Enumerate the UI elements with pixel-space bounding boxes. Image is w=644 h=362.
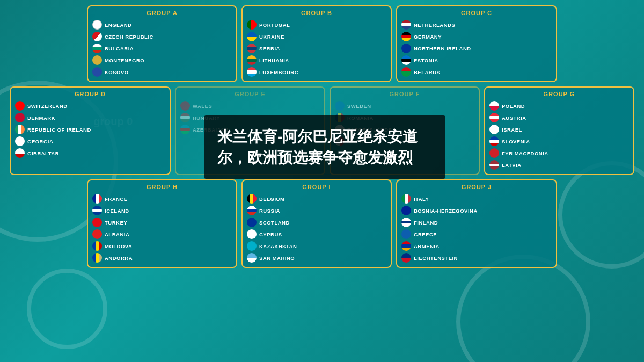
team-row: LITHUANIA (247, 54, 386, 66)
team-row: NORTHERN IRELAND (401, 42, 552, 54)
flag-lithuania (247, 55, 257, 65)
flag-ireland (15, 125, 25, 134)
group-a-title: GROUP A (92, 10, 232, 16)
team-name: SLOVENIA (502, 139, 530, 144)
team-name: FYR MACEDONIA (502, 150, 548, 156)
team-row: CYPRUS (247, 228, 386, 240)
team-row: POLAND (489, 100, 629, 112)
team-name: UKRAINE (259, 34, 284, 40)
group-f-title: GROUP F (335, 91, 474, 97)
flag-russia (247, 206, 257, 215)
flag-italy (401, 194, 411, 204)
team-row: SERBIA (247, 42, 386, 54)
team-name: KAZAKHSTAN (259, 243, 297, 249)
team-row: LIECHTENSTEIN (401, 252, 552, 264)
flag-bulgaria (92, 44, 102, 53)
team-row: SWITZERLAND (15, 100, 165, 112)
flag-finland (401, 218, 411, 227)
team-row: ISRAEL (489, 124, 629, 135)
group-h-title: GROUP H (92, 184, 232, 190)
team-name: ANDORRA (105, 255, 133, 261)
team-name: BULGARIA (105, 46, 134, 52)
flag-austria (489, 113, 499, 122)
team-row: SLOVENIA (489, 135, 629, 147)
team-name: ARMENIA (414, 243, 440, 249)
article-overlay: 米兰体育-阿尔巴尼亚绝杀安道尔，欧洲预选赛争夺愈发激烈 (204, 115, 445, 179)
flag-portugal (247, 20, 257, 30)
team-row: ALBANIA (92, 228, 232, 240)
flag-kazakhstan (247, 241, 257, 251)
team-name: ESTONIA (414, 57, 438, 63)
group-card-b: GROUP B PORTUGAL UKRAINE SERBIA LITHUANI… (241, 5, 392, 82)
team-name: POLAND (502, 103, 525, 109)
flag-switzerland (15, 101, 25, 111)
team-row: GEORGIA (15, 135, 165, 147)
team-row: MOLDOVA (92, 240, 232, 252)
team-row: FRANCE (92, 193, 232, 205)
team-name: GERMANY (414, 34, 442, 40)
flag-scotland (247, 218, 257, 227)
team-row: LATVIA (489, 159, 629, 171)
team-name: LITHUANIA (259, 57, 289, 63)
flag-estonia (401, 55, 411, 65)
flag-nireland (401, 44, 411, 53)
flag-macedonia (489, 148, 499, 158)
team-name: KOSOVO (105, 69, 129, 75)
team-name: BELGIUM (259, 196, 284, 202)
team-row: ICELAND (92, 205, 232, 216)
team-row: TURKEY (92, 216, 232, 228)
team-row: PORTUGAL (247, 19, 386, 31)
team-row: GREECE (401, 228, 552, 240)
flag-cyprus (247, 229, 257, 239)
group-card-g: GROUP G POLAND AUSTRIA ISRAEL SLOVENIA F… (484, 86, 634, 175)
group-card-j: GROUP J ITALY BOSNIA-HERZEGOVINA FINLAND… (396, 179, 557, 268)
flag-czech (92, 32, 102, 41)
team-name: AUSTRIA (502, 115, 526, 121)
team-row: BULGARIA (92, 42, 232, 54)
team-name: ITALY (414, 196, 429, 202)
flag-france (92, 194, 102, 204)
team-row: ENGLAND (92, 19, 232, 31)
team-name: ISRAEL (502, 127, 522, 133)
overlay-title: 米兰体育-阿尔巴尼亚绝杀安道尔，欧洲预选赛争夺愈发激烈 (217, 126, 432, 168)
flag-kosovo (92, 67, 102, 77)
team-name: SWEDEN (347, 103, 371, 109)
flag-belgium (247, 194, 257, 204)
flag-bosnia (401, 206, 411, 215)
group-e-title: GROUP E (180, 91, 320, 97)
team-row: DENMARK (15, 112, 165, 124)
group-card-d: GROUP D SWITZERLAND DENMARK REPUBLIC OF … (10, 86, 171, 175)
team-row: ESTONIA (401, 54, 552, 66)
team-name: TURKEY (105, 220, 127, 226)
team-name: RUSSIA (259, 208, 280, 214)
group-card-c: GROUP C NETHERLANDS GERMANY NORTHERN IRE… (396, 5, 557, 82)
team-name: DENMARK (27, 115, 55, 121)
team-name: FINLAND (414, 220, 438, 226)
team-name: LIECHTENSTEIN (414, 255, 458, 261)
flag-armenia (401, 241, 411, 251)
team-name: MONTENEGRO (105, 57, 144, 63)
flag-moldova (92, 241, 102, 251)
team-name: LUXEMBOURG (259, 69, 299, 75)
group-d-title: GROUP D (15, 91, 165, 97)
flag-greece (401, 229, 411, 239)
team-row: CZECH REPUBLIC (92, 31, 232, 42)
flag-denmark (15, 113, 25, 122)
group-card-h: GROUP H FRANCE ICELAND TURKEY ALBANIA MO… (87, 179, 237, 268)
team-name: REPUBLIC OF IRELAND (27, 127, 91, 133)
team-name: BOSNIA-HERZEGOVINA (414, 208, 478, 214)
team-name: CZECH REPUBLIC (105, 34, 153, 40)
team-row: GIBRALTAR (15, 147, 165, 159)
flag-montenegro (92, 55, 102, 65)
team-row: GERMANY (401, 31, 552, 42)
flag-serbia (247, 44, 257, 53)
team-name: ICELAND (105, 208, 129, 214)
team-name: ENGLAND (105, 22, 131, 28)
row-1: GROUP A ENGLAND CZECH REPUBLIC BULGARIA … (4, 5, 640, 82)
flag-sweden (335, 101, 345, 111)
team-name: SERBIA (259, 46, 280, 52)
flag-iceland (92, 206, 102, 215)
team-name: GEORGIA (27, 139, 53, 144)
team-row: AUSTRIA (489, 112, 629, 124)
flag-turkey (92, 218, 102, 227)
